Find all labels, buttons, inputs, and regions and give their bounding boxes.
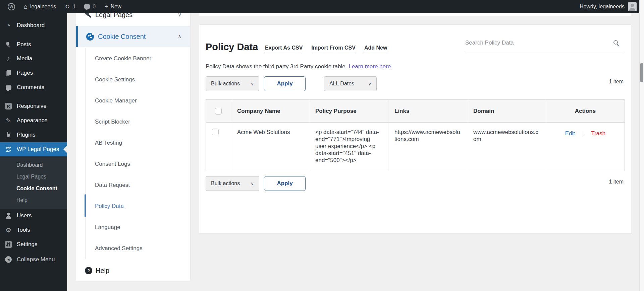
table-header-row: Company Name Policy Purpose Links Domain… — [206, 100, 625, 123]
sidebar-item-pages[interactable]: Pages — [0, 66, 67, 80]
home-icon: ⌂ — [24, 4, 28, 10]
panel-item-data-request[interactable]: Data Request — [76, 174, 190, 196]
collapse-arrow-icon: ◀ — [5, 256, 12, 263]
panel-item-language[interactable]: Language — [76, 217, 190, 238]
settings-sliders-icon — [5, 241, 12, 248]
plus-icon: + — [104, 4, 108, 10]
trash-link[interactable]: Trash — [591, 130, 605, 137]
search-box — [465, 37, 624, 51]
sidebar-item-settings[interactable]: Settings — [0, 237, 67, 251]
all-dates-select[interactable]: ALL Dates ∨ — [324, 76, 377, 91]
panel-item-consent-logs[interactable]: Consent Logs — [76, 153, 190, 174]
sidebar-item-comments[interactable]: Comments — [0, 80, 67, 94]
sidebar-item-users[interactable]: Users — [0, 209, 67, 223]
import-csv-link[interactable]: Import From CSV — [311, 45, 356, 51]
comments-menu[interactable]: 0 — [80, 0, 100, 13]
users-icon — [5, 212, 12, 219]
user-avatar[interactable] — [628, 2, 637, 11]
header-links: Export As CSV Import From CSV Add New — [265, 45, 387, 51]
cell-company-name: Acme Web Solutions — [231, 123, 309, 171]
add-new-link[interactable]: Add New — [364, 45, 387, 51]
cookie-icon — [86, 33, 94, 41]
update-count: 1 — [72, 4, 75, 10]
wp-legal-pages-submenu: Dashboard Legal Pages Cookie Consent Hel… — [0, 156, 67, 209]
panel-item-create-cookie-banner[interactable]: Create Cookie Banner — [76, 48, 190, 69]
sidebar-item-media[interactable]: ♪ Media — [0, 52, 67, 66]
submenu-item-legal-pages[interactable]: Legal Pages — [0, 171, 67, 183]
sidebar-item-posts[interactable]: Posts — [0, 38, 67, 52]
column-policy-purpose: Policy Purpose — [309, 100, 388, 122]
select-all-checkbox[interactable] — [215, 108, 222, 115]
sidebar-item-wp-legal-pages[interactable]: WP:LP WP Legal Pages — [0, 142, 67, 156]
panel-item-script-blocker[interactable]: Script Blocker — [76, 111, 190, 132]
cell-policy-purpose: <p data-start="744" data-end="771">Impro… — [309, 123, 388, 171]
comments-icon — [84, 4, 90, 9]
wordpress-logo-icon: W — [8, 3, 15, 10]
panel-item-advanced-settings[interactable]: Advanced Settings — [76, 238, 190, 259]
panel-item-policy-data[interactable]: Policy Data — [76, 196, 190, 217]
comment-count: 0 — [93, 4, 96, 10]
updates-menu[interactable]: ↻ 1 — [60, 0, 80, 13]
howdy-menu[interactable]: Howdy, legalneeds — [580, 4, 625, 10]
cell-links: https://www.acmewebsolutions.com — [388, 123, 467, 171]
bottom-controls: Bulk actions ∨ Apply — [206, 176, 306, 191]
tools-icon: ⚙ — [5, 226, 12, 234]
panel-item-cookie-manager[interactable]: Cookie Manager — [76, 90, 190, 111]
submenu-item-dashboard[interactable]: Dashboard — [0, 159, 67, 171]
wordpress-logo-letter: W — [9, 4, 13, 9]
policy-data-table: Company Name Policy Purpose Links Domain… — [206, 99, 625, 171]
column-company-name: Company Name — [231, 100, 309, 122]
chevron-down-icon: ∨ — [251, 81, 254, 86]
panel-item-cookie-settings[interactable]: Cookie Settings — [76, 69, 190, 90]
row-checkbox[interactable] — [212, 129, 219, 135]
page-description: Policy Data shows the third party 3rd Pa… — [206, 63, 392, 70]
panel-item-ab-testing[interactable]: AB Testing — [76, 132, 190, 153]
policy-data-card: Policy Data Export As CSV Import From CS… — [199, 24, 631, 234]
sidebar-item-plugins[interactable]: Plugins — [0, 128, 67, 142]
export-csv-link[interactable]: Export As CSV — [265, 45, 303, 51]
apply-button[interactable]: Apply — [264, 76, 306, 91]
sidebar-item-appearance[interactable]: ✎ Appearance — [0, 114, 67, 128]
new-label: New — [111, 4, 121, 10]
scrollbar-track[interactable] — [639, 0, 644, 291]
comment-bubble-icon — [5, 84, 12, 91]
chevron-down-icon: ∨ — [251, 181, 254, 186]
pushpin-icon — [5, 41, 12, 48]
scrollbar-thumb[interactable] — [640, 63, 643, 82]
item-count-top: 1 item — [609, 79, 624, 85]
site-name-menu[interactable]: ⌂ legalneeds — [19, 0, 60, 13]
edit-link[interactable]: Edit — [565, 130, 575, 137]
learn-more-link[interactable]: Learn more here. — [348, 63, 392, 70]
table-row: Acme Web Solutions <p data-start="744" d… — [206, 123, 625, 171]
wordpress-menu[interactable]: W — [3, 0, 19, 13]
search-input[interactable] — [465, 37, 606, 49]
top-controls: Bulk actions ∨ Apply ALL Dates ∨ — [206, 76, 377, 91]
chevron-down-icon: ∨ — [368, 81, 371, 86]
sidebar-item-responsive[interactable]: R Responsive — [0, 99, 67, 113]
admin-bar-left: W ⌂ legalneeds ↻ 1 0 + New — [0, 0, 126, 13]
dashboard-icon: ◔ — [5, 22, 12, 29]
column-domain: Domain — [467, 100, 546, 122]
admin-sidebar: ◔ Dashboard Posts ♪ Media Pages Comments… — [0, 13, 67, 291]
submenu-item-help[interactable]: Help — [0, 194, 67, 206]
bulk-actions-select[interactable]: Bulk actions ∨ — [206, 76, 259, 91]
search-icon[interactable] — [613, 40, 621, 48]
collapse-menu-button[interactable]: ◀ Collapse Menu — [0, 252, 67, 267]
item-count-bottom: 1 item — [609, 179, 624, 185]
cookie-consent-submenu: Create Cookie Banner Cookie Settings Coo… — [76, 48, 190, 259]
apply-button-bottom[interactable]: Apply — [264, 176, 306, 191]
cell-actions: Edit | Trash — [546, 123, 625, 171]
pages-icon — [5, 69, 12, 77]
wordpress-admin-screen: W ⌂ legalneeds ↻ 1 0 + New Howdy, legaln… — [0, 0, 644, 291]
panel-item-help[interactable]: ? Help — [76, 265, 190, 276]
submenu-item-cookie-consent[interactable]: Cookie Consent — [0, 183, 67, 194]
sidebar-item-tools[interactable]: ⚙ Tools — [0, 223, 67, 237]
new-content-menu[interactable]: + New — [100, 0, 126, 13]
scrolled-card-edge — [199, 13, 631, 16]
responsive-icon: R — [5, 102, 12, 110]
column-links: Links — [388, 100, 467, 122]
action-separator: | — [582, 130, 584, 137]
bulk-actions-select-bottom[interactable]: Bulk actions ∨ — [206, 176, 259, 191]
panel-item-cookie-consent[interactable]: Cookie Consent ∧ — [76, 26, 190, 47]
sidebar-item-dashboard[interactable]: ◔ Dashboard — [0, 18, 67, 32]
